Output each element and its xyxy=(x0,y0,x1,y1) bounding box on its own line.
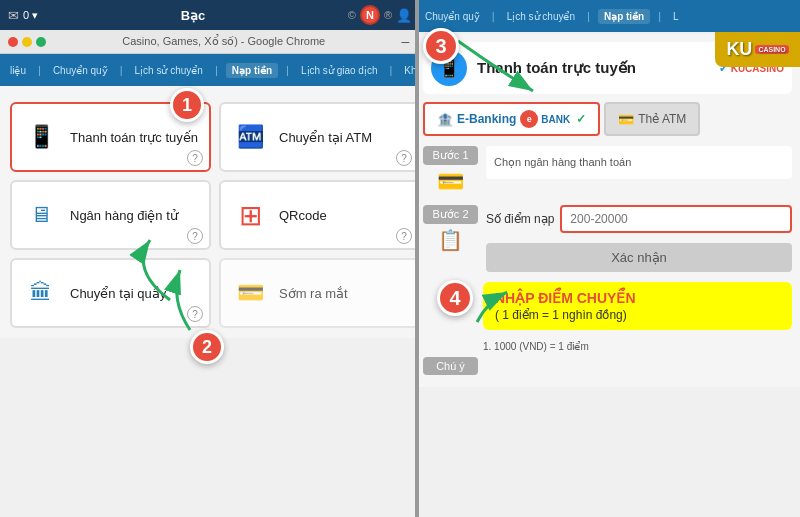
minimize-icon[interactable]: ─ xyxy=(402,36,410,48)
step3-circle: 3 xyxy=(423,28,459,64)
browser-close-btn[interactable] xyxy=(8,37,18,47)
topbar-left-icons: ✉ 0 ▾ xyxy=(8,8,38,23)
option-card-counter[interactable]: 🏛 Chuyển tại quầy ? xyxy=(10,258,211,328)
ebank-circle-icon: e xyxy=(520,110,538,128)
message-icon: ✉ xyxy=(8,8,19,23)
option-label-coming-soon: Sớm ra mắt xyxy=(279,286,348,301)
counter-icon: 🏛 xyxy=(22,274,60,312)
right-nav-deposit[interactable]: Nạp tiền xyxy=(598,9,650,24)
panel-divider xyxy=(415,0,419,517)
right-nav-history[interactable]: Lịch sử chuyển xyxy=(503,9,579,24)
ebank-text: BANK xyxy=(541,114,570,125)
note-area: 1. 1000 (VND) = 1 điểm xyxy=(483,336,792,354)
nav-item-history[interactable]: Lịch sử chuyển xyxy=(131,63,207,78)
atm-card-tab-icon: 💳 xyxy=(618,112,634,127)
input-row: Số điểm nạp xyxy=(486,205,792,233)
points-input[interactable] xyxy=(560,205,792,233)
user-icon: 👤 xyxy=(396,8,412,23)
payment-header-title: Thanh toán trực tuyến xyxy=(477,59,636,77)
outer-topbar-title: Bạc xyxy=(44,8,342,23)
ebank-logo: e BANK xyxy=(520,110,570,128)
tabs-row: 🏦 E-Banking e BANK ✓ 💳 Thẻ ATM xyxy=(423,102,792,136)
help-icon-2[interactable]: ? xyxy=(396,150,412,166)
tab-atm-label: Thẻ ATM xyxy=(638,112,686,126)
step1-label-col: Bước 1 💳 xyxy=(423,146,478,195)
right-main: 📱 Thanh toán trực tuyến ✔ KUCASINO 🏦 E-B… xyxy=(415,34,800,387)
casino-badge-box: CASINO xyxy=(755,45,788,55)
copyright-icon: © xyxy=(348,9,356,21)
step2-label-box: Bước 2 xyxy=(423,205,478,224)
step2-row: Bước 2 📋 Số điểm nạp Xác nhận xyxy=(423,205,792,272)
coming-soon-icon: 💳 xyxy=(231,274,269,312)
help-icon-5[interactable]: ? xyxy=(187,306,203,322)
step1-label-box: Bước 1 xyxy=(423,146,478,165)
step1-content: Chọn ngân hàng thanh toán xyxy=(486,146,792,195)
nav-item-transfer[interactable]: Chuyển quỹ xyxy=(49,63,112,78)
step2-circle: 2 xyxy=(190,330,224,364)
n-icon: N xyxy=(360,5,380,25)
step2-label-icon: 📋 xyxy=(423,228,478,252)
browser-maximize-btn[interactable] xyxy=(36,37,46,47)
help-icon-4[interactable]: ? xyxy=(396,228,412,244)
check-icon: ✓ xyxy=(576,112,586,126)
callout-subtitle: ( 1 điểm = 1 nghìn đồng) xyxy=(495,308,780,322)
right-panel: Chuyển quỹ | Lịch sử chuyển | Nạp tiền |… xyxy=(415,0,800,517)
step1-instruction: Chọn ngân hàng thanh toán xyxy=(494,156,631,168)
step4-circle: 4 xyxy=(437,280,473,316)
right-navbar: Chuyển quỹ | Lịch sử chuyển | Nạp tiền |… xyxy=(415,0,800,32)
app-navbar: liệu | Chuyển quỹ | Lịch sử chuyển | Nạp… xyxy=(0,54,430,86)
step1-label-icon: 💳 xyxy=(423,169,478,195)
browser-minimize-btn[interactable] xyxy=(22,37,32,47)
notif-count: 0 ▾ xyxy=(23,9,38,22)
option-label-ebank: Ngân hàng điện tử xyxy=(70,208,178,223)
option-label-counter: Chuyển tại quầy xyxy=(70,286,166,301)
nav-item-data[interactable]: liệu xyxy=(6,63,30,78)
step1-row: Bước 1 💳 Chọn ngân hàng thanh toán xyxy=(423,146,792,195)
help-icon-1[interactable]: ? xyxy=(187,150,203,166)
option-label-online: Thanh toán trực tuyến xyxy=(70,130,198,145)
qrcode-icon: ⊞ xyxy=(231,196,269,234)
left-panel: ✉ 0 ▾ Bạc © N ® 👤 ▾ Casino, Games, Xổ số… xyxy=(0,0,430,517)
ku-text: KU xyxy=(726,39,752,60)
options-grid: 📱 Thanh toán trực tuyến ? 🏧 Chuyển tại A… xyxy=(10,102,420,328)
topbar-right-icons: © N ® 👤 ▾ xyxy=(348,5,422,25)
main-content-left: 📱 Thanh toán trực tuyến ? 🏧 Chuyển tại A… xyxy=(0,86,430,338)
step1-circle: 1 xyxy=(170,88,204,122)
browser-title: Casino, Games, Xổ số) - Google Chrome xyxy=(54,35,394,48)
option-card-qrcode[interactable]: ⊞ QRcode ? xyxy=(219,180,420,250)
casino-text: CASINO xyxy=(758,46,785,54)
r-icon: ® xyxy=(384,9,392,21)
callout-title: NHẬP ĐIỂM CHUYỂN xyxy=(495,290,780,306)
chuý-label: Chú ý xyxy=(423,357,478,375)
option-card-coming-soon: 💳 Sớm ra mắt xyxy=(219,258,420,328)
chuý-row: Chú ý xyxy=(423,356,792,379)
option-label-atm: Chuyển tại ATM xyxy=(279,130,372,145)
tab-atm-card[interactable]: 💳 Thẻ ATM xyxy=(604,102,700,136)
help-icon-3[interactable]: ? xyxy=(187,228,203,244)
tab-ebanking-label: E-Banking xyxy=(457,112,516,126)
option-card-ebank[interactable]: 🖥 Ngân hàng điện tử ? xyxy=(10,180,211,250)
outer-topbar: ✉ 0 ▾ Bạc © N ® 👤 ▾ xyxy=(0,0,430,30)
input-label: Số điểm nạp xyxy=(486,212,554,226)
tab-ebanking[interactable]: 🏦 E-Banking e BANK ✓ xyxy=(423,102,600,136)
ebank-tab-icon: 🏦 xyxy=(437,112,453,127)
confirm-button[interactable]: Xác nhận xyxy=(486,243,792,272)
yellow-callout: NHẬP ĐIỂM CHUYỂN ( 1 điểm = 1 nghìn đồng… xyxy=(483,282,792,330)
option-card-atm[interactable]: 🏧 Chuyển tại ATM ? xyxy=(219,102,420,172)
option-label-qrcode: QRcode xyxy=(279,208,327,223)
browser-controls xyxy=(8,37,46,47)
ebank-icon: 🖥 xyxy=(22,196,60,234)
nav-item-transactions[interactable]: Lịch sử giao dịch xyxy=(297,63,382,78)
browser-topbar: Casino, Games, Xổ số) - Google Chrome ─ … xyxy=(0,30,430,54)
online-payment-icon: 📱 xyxy=(22,118,60,156)
step2-label-col: Bước 2 📋 xyxy=(423,205,478,272)
callout-container: NHẬP ĐIỂM CHUYỂN ( 1 điểm = 1 nghìn đồng… xyxy=(423,282,792,330)
note-text: 1. 1000 (VND) = 1 điểm xyxy=(483,341,589,352)
right-nav-l[interactable]: L xyxy=(669,9,683,24)
nav-item-deposit[interactable]: Nạp tiền xyxy=(226,63,278,78)
step2-content: Số điểm nạp Xác nhận xyxy=(486,205,792,272)
right-nav-transfer[interactable]: Chuyển quỹ xyxy=(421,9,484,24)
atm-icon: 🏧 xyxy=(231,118,269,156)
ku-casino-logo: KU CASINO xyxy=(715,32,800,67)
